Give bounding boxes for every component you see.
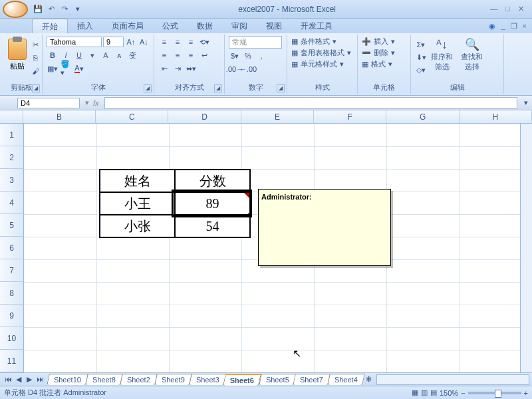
number-launcher[interactable]: ◢	[277, 84, 285, 92]
align-mid-icon[interactable]: ≡	[172, 36, 184, 48]
bold-button[interactable]: B	[47, 49, 59, 61]
sheet-tab[interactable]: Sheet10	[47, 374, 88, 385]
phonetic-icon[interactable]: 变	[126, 49, 138, 61]
merge-button[interactable]: ⬌▾	[185, 63, 197, 74]
fill-icon[interactable]: ⬇▾	[415, 51, 427, 63]
dec-decimal-icon[interactable]: ←.00	[242, 63, 254, 75]
row-header[interactable]: 2	[0, 146, 24, 169]
close-doc-icon[interactable]: ×	[523, 22, 527, 30]
delete-cell-button[interactable]: ➖ 删除 ▾	[362, 47, 406, 59]
underline-button[interactable]: U	[73, 49, 85, 61]
number-format-select[interactable]: 常规	[229, 36, 282, 49]
col-header[interactable]: G	[386, 110, 459, 124]
cond-format-button[interactable]: ▦ 条件格式 ▾	[291, 36, 353, 47]
font-shrink-icon[interactable]: ᴀ	[113, 49, 125, 61]
align-launcher[interactable]: ◢	[214, 84, 222, 92]
zoom-level[interactable]: 150%	[440, 389, 458, 397]
min-ribbon-icon[interactable]: _	[501, 22, 505, 30]
redo-icon[interactable]: ↷	[59, 3, 70, 15]
cell[interactable]: 89	[175, 192, 250, 215]
tab-formulas[interactable]: 公式	[153, 19, 188, 33]
view-layout-icon[interactable]: ▥	[421, 388, 428, 397]
col-header[interactable]: H	[460, 110, 532, 124]
row-header[interactable]: 6	[0, 237, 24, 259]
tab-view[interactable]: 视图	[257, 19, 291, 33]
table-format-button[interactable]: ▦ 套用表格格式 ▾	[291, 47, 353, 59]
font-name-select[interactable]: Tahoma	[47, 37, 102, 47]
sort-filter-button[interactable]: ᴬ↓排序和 筛选	[427, 36, 457, 82]
border-button[interactable]: ▦▾	[47, 63, 59, 74]
fill-color-button[interactable]: 🪣▾	[60, 63, 72, 74]
tab-review[interactable]: 审阅	[222, 19, 257, 33]
undo-icon[interactable]: ↶	[45, 3, 57, 15]
row-header[interactable]: 1	[0, 124, 24, 146]
align-right-icon[interactable]: ≡	[185, 49, 197, 61]
currency-icon[interactable]: $▾	[229, 50, 241, 62]
tab-nav-first-icon[interactable]: ⏮	[3, 375, 13, 384]
row-header[interactable]: 9	[0, 305, 24, 327]
sheet-tab[interactable]: Sheet6	[223, 374, 262, 386]
clipboard-launcher[interactable]: ◢	[32, 84, 40, 92]
cell[interactable]: 小王	[100, 192, 175, 215]
zoom-out-icon[interactable]: −	[461, 389, 465, 397]
clear-icon[interactable]: ◇▾	[415, 64, 427, 76]
indent-inc-icon[interactable]: ⇥	[172, 63, 184, 74]
tab-nav-next-icon[interactable]: ▶	[24, 375, 35, 384]
select-all-button[interactable]	[0, 110, 23, 124]
cut-icon[interactable]: ✂	[29, 39, 41, 51]
close-button[interactable]: ✕	[518, 5, 524, 13]
align-left-icon[interactable]: ≡	[158, 49, 170, 61]
col-header[interactable]: F	[314, 110, 386, 124]
minimize-button[interactable]: —	[490, 5, 497, 13]
wrap-text-icon[interactable]: ↩	[198, 49, 210, 61]
fill-handle[interactable]	[248, 213, 252, 217]
zoom-slider[interactable]	[468, 392, 521, 394]
name-box[interactable]: D4	[17, 98, 80, 108]
sheet-tab[interactable]: Sheet2	[120, 374, 157, 385]
maximize-button[interactable]: □	[505, 5, 510, 13]
indent-dec-icon[interactable]: ⇤	[158, 63, 170, 74]
cell[interactable]: 小张	[100, 215, 175, 237]
tab-insert[interactable]: 插入	[68, 19, 102, 33]
insert-cell-button[interactable]: ➕ 插入 ▾	[362, 36, 406, 47]
cell[interactable]: 分数	[175, 170, 250, 192]
row-header[interactable]: 10	[0, 327, 24, 350]
font-size-select[interactable]: 9	[103, 37, 124, 47]
sheet-tab[interactable]: Sheet3	[189, 374, 226, 385]
namebox-dropdown-icon[interactable]: ▾	[85, 98, 89, 107]
office-button[interactable]	[3, 1, 28, 18]
row-header[interactable]: 3	[0, 169, 24, 192]
save-icon[interactable]: 💾	[32, 3, 44, 15]
cell-grid[interactable]: 姓名分数 小王89 小张54 Administrator:	[24, 124, 532, 372]
col-header[interactable]: E	[241, 110, 314, 124]
col-header[interactable]: C	[96, 110, 168, 124]
font-grow-icon[interactable]: A	[100, 49, 112, 61]
paste-button[interactable]: 粘贴	[5, 36, 29, 82]
tab-data[interactable]: 数据	[188, 19, 222, 33]
align-bot-icon[interactable]: ≡	[185, 36, 197, 48]
align-center-icon[interactable]: ≡	[172, 49, 184, 61]
format-cell-button[interactable]: ▦ 格式 ▾	[362, 59, 406, 70]
sheet-tab[interactable]: Sheet7	[293, 374, 331, 385]
sheet-tab[interactable]: Sheet5	[259, 374, 296, 385]
row-header[interactable]: 11	[0, 350, 24, 372]
tab-layout[interactable]: 页面布局	[102, 19, 153, 33]
align-top-icon[interactable]: ≡	[158, 36, 170, 48]
view-normal-icon[interactable]: ▦	[412, 388, 418, 397]
zoom-in-icon[interactable]: +	[524, 389, 528, 397]
row-header[interactable]: 4	[0, 192, 24, 214]
comment-popup[interactable]: Administrator:	[258, 189, 391, 266]
new-sheet-icon[interactable]: ✻	[363, 375, 374, 384]
cell-styles-button[interactable]: ▦ 单元格样式 ▾	[291, 59, 353, 70]
autosum-icon[interactable]: Σ▾	[415, 39, 427, 51]
horizontal-scrollbar[interactable]	[376, 374, 529, 385]
col-header[interactable]: B	[23, 110, 96, 124]
tab-nav-prev-icon[interactable]: ◀	[13, 375, 24, 384]
help-icon[interactable]: ◉	[489, 22, 495, 31]
sheet-tab[interactable]: Sheet9	[154, 374, 192, 385]
grow-font-icon[interactable]: A↑	[125, 36, 136, 48]
row-header[interactable]: 8	[0, 282, 24, 305]
font-launcher[interactable]: ◢	[144, 84, 152, 92]
row-header[interactable]: 7	[0, 259, 24, 282]
vertical-scrollbar[interactable]	[520, 124, 532, 372]
